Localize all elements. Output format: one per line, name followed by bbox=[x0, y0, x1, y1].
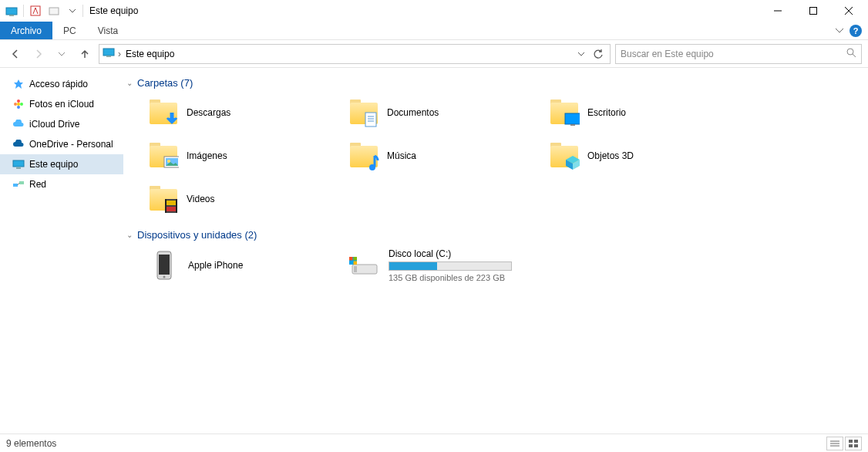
content-pane: ⌄ Carpetas (7) DescargasDocumentosEscrit… bbox=[123, 68, 868, 433]
sidebar-item-this-pc[interactable]: Este equipo bbox=[0, 154, 123, 174]
svg-rect-20 bbox=[19, 181, 24, 184]
status-bar: 9 elementos bbox=[0, 433, 868, 452]
svg-rect-53 bbox=[854, 444, 858, 447]
drive-free-text: 135 GB disponibles de 223 GB bbox=[389, 273, 512, 282]
folder-item[interactable]: Música bbox=[348, 138, 541, 174]
svg-rect-9 bbox=[106, 56, 111, 57]
folder-item[interactable]: Imágenes bbox=[148, 138, 341, 174]
svg-rect-44 bbox=[354, 257, 358, 261]
svg-rect-45 bbox=[349, 261, 353, 265]
computer-icon bbox=[103, 46, 115, 61]
folder-icon bbox=[348, 141, 381, 170]
refresh-button[interactable] bbox=[590, 46, 607, 62]
breadcrumb[interactable]: Este equipo bbox=[126, 49, 174, 59]
address-history-button[interactable] bbox=[573, 46, 590, 62]
drive-item[interactable]: Disco local (C:)135 GB disponibles de 22… bbox=[348, 247, 541, 284]
sidebar-item-onedrive[interactable]: OneDrive - Personal bbox=[0, 134, 123, 154]
breadcrumb-chevron[interactable]: › bbox=[118, 49, 121, 59]
minimize-button[interactable] bbox=[760, 0, 796, 22]
svg-rect-35 bbox=[165, 199, 167, 213]
svg-rect-41 bbox=[354, 266, 357, 272]
svg-rect-3 bbox=[49, 8, 59, 15]
address-bar[interactable]: › Este equipo bbox=[99, 44, 611, 64]
ribbon-expand-icon[interactable] bbox=[836, 25, 843, 36]
chevron-down-icon: ⌄ bbox=[126, 79, 133, 87]
folder-item[interactable]: Objetos 3D bbox=[549, 138, 742, 174]
svg-rect-50 bbox=[849, 440, 853, 443]
document-icon bbox=[364, 112, 379, 127]
device-item[interactable]: Apple iPhone bbox=[148, 247, 341, 284]
app-icon bbox=[3, 2, 20, 19]
svg-rect-43 bbox=[349, 257, 353, 261]
sidebar-item-label: OneDrive - Personal bbox=[29, 139, 113, 150]
svg-rect-34 bbox=[167, 207, 176, 211]
separator bbox=[23, 5, 24, 17]
svg-point-39 bbox=[163, 276, 166, 278]
sidebar-item-quick-access[interactable]: Acceso rápido bbox=[0, 74, 123, 94]
network-icon bbox=[12, 178, 25, 191]
folder-icon bbox=[148, 141, 180, 170]
back-button[interactable] bbox=[6, 45, 25, 63]
title-bar: Este equipo bbox=[0, 0, 868, 22]
ribbon-tabs: Archivo PC Vista ? bbox=[0, 22, 868, 40]
group-header-devices[interactable]: ⌄ Dispositivos y unidades (2) bbox=[126, 229, 859, 241]
drive-icon bbox=[348, 250, 381, 281]
tab-view[interactable]: Vista bbox=[87, 22, 129, 39]
desktop-icon bbox=[564, 112, 580, 127]
tab-pc[interactable]: PC bbox=[52, 22, 87, 39]
close-button[interactable] bbox=[831, 0, 866, 22]
qat-dropdown-icon[interactable] bbox=[64, 2, 81, 19]
group-header-folders[interactable]: ⌄ Carpetas (7) bbox=[126, 77, 859, 89]
sidebar-item-icloud-drive[interactable]: iCloud Drive bbox=[0, 114, 123, 134]
folder-label: Descargas bbox=[187, 107, 230, 118]
svg-rect-18 bbox=[16, 167, 21, 169]
folder-icon bbox=[549, 98, 581, 127]
folder-icon bbox=[148, 184, 180, 214]
folder-label: Videos bbox=[187, 194, 214, 204]
phone-icon bbox=[148, 250, 180, 281]
forward-button[interactable] bbox=[29, 45, 48, 63]
search-placeholder: Buscar en Este equipo bbox=[621, 49, 846, 59]
tab-file[interactable]: Archivo bbox=[0, 22, 52, 39]
star-icon bbox=[12, 78, 25, 90]
folder-icon bbox=[348, 98, 381, 127]
properties-icon[interactable] bbox=[27, 2, 44, 19]
help-icon[interactable]: ? bbox=[849, 25, 862, 37]
computer-icon bbox=[12, 158, 25, 170]
download-icon bbox=[163, 112, 179, 127]
folder-item[interactable]: Descargas bbox=[148, 95, 341, 130]
sidebar-item-network[interactable]: Red bbox=[0, 174, 123, 194]
cloud-icon bbox=[12, 138, 25, 150]
folder-label: Escritorio bbox=[587, 107, 626, 118]
folder-label: Documentos bbox=[387, 107, 439, 118]
navigation-row: › Este equipo Buscar en Este equipo bbox=[0, 40, 868, 68]
folder-item[interactable]: Videos bbox=[148, 181, 341, 217]
folders-group: DescargasDocumentosEscritorioImágenesMús… bbox=[148, 95, 859, 217]
svg-rect-0 bbox=[6, 8, 17, 15]
svg-point-31 bbox=[369, 164, 375, 170]
svg-rect-33 bbox=[167, 201, 176, 205]
folder-item[interactable]: Documentos bbox=[348, 95, 541, 130]
svg-rect-26 bbox=[565, 113, 580, 124]
svg-line-11 bbox=[853, 54, 856, 57]
sidebar-item-icloud-photos[interactable]: Fotos en iCloud bbox=[0, 94, 123, 114]
svg-rect-5 bbox=[810, 8, 817, 15]
window-title: Este equipo bbox=[89, 5, 138, 16]
flower-icon bbox=[12, 98, 25, 110]
thumbnails-view-button[interactable] bbox=[845, 437, 862, 450]
maximize-button[interactable] bbox=[796, 0, 831, 22]
search-box[interactable]: Buscar en Este equipo bbox=[615, 44, 862, 64]
svg-point-10 bbox=[847, 49, 853, 55]
svg-rect-46 bbox=[354, 261, 358, 265]
drive-label: Disco local (C:) bbox=[389, 248, 512, 259]
details-view-button[interactable] bbox=[826, 437, 843, 450]
window-controls bbox=[760, 0, 866, 22]
search-icon[interactable] bbox=[846, 47, 856, 60]
svg-point-16 bbox=[14, 103, 17, 106]
recent-locations-button[interactable] bbox=[52, 45, 71, 63]
folder-item[interactable]: Escritorio bbox=[549, 95, 742, 130]
up-button[interactable] bbox=[76, 45, 94, 63]
view-mode-toggles bbox=[826, 437, 862, 450]
new-folder-icon[interactable] bbox=[45, 2, 62, 19]
navigation-pane: Acceso rápido Fotos en iCloud iCloud Dri… bbox=[0, 68, 123, 433]
